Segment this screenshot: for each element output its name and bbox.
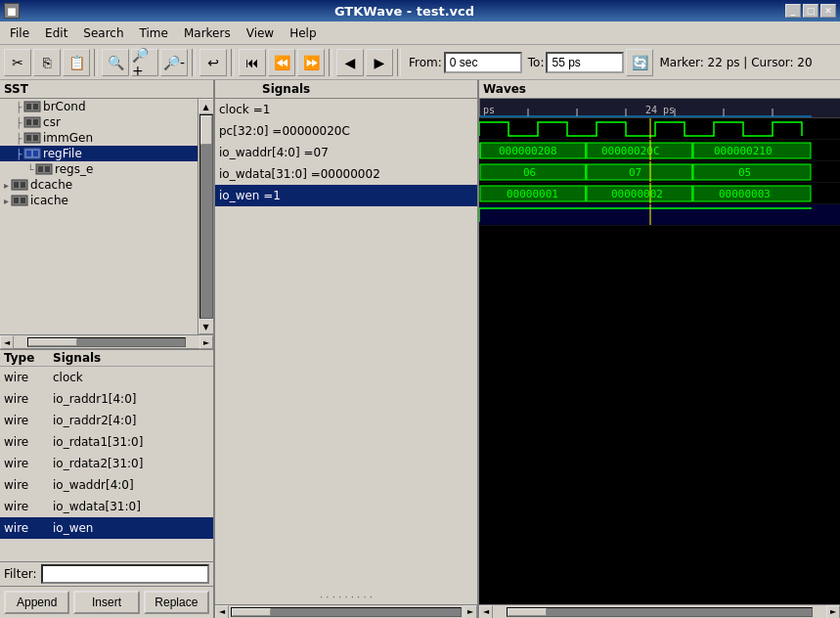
from-input[interactable] xyxy=(444,52,522,73)
signal-row-wen[interactable]: wire io_wen xyxy=(0,517,213,539)
tree-item-brCond[interactable]: ├ brCond xyxy=(0,99,198,114)
signal-row-wdata[interactable]: wire io_wdata[31:0] xyxy=(0,496,213,517)
toolbar-sep4 xyxy=(329,49,332,76)
wave-svg-pc: 000000208 00000020C 000000210 xyxy=(479,140,840,160)
middle-scroll-track[interactable] xyxy=(231,607,462,617)
menu-time[interactable]: Time xyxy=(132,24,176,42)
signal-row-rdata1[interactable]: wire io_rdata1[31:0] xyxy=(0,431,213,453)
wave-signal-pc[interactable]: pc[32:0] =00000020C xyxy=(215,120,477,142)
prev-button[interactable]: ⏪ xyxy=(268,49,295,76)
begin-button[interactable]: ⏮ xyxy=(239,49,266,76)
paste-button[interactable]: 📋 xyxy=(63,49,90,76)
append-button[interactable]: Append xyxy=(4,591,69,614)
filter-input[interactable] xyxy=(41,564,209,584)
sst-scroll-thumb[interactable] xyxy=(200,115,212,145)
wave-svg-wen xyxy=(479,204,840,225)
sst-content-area: ├ brCond ├ csr ├ immGen xyxy=(0,99,213,334)
middle-hscroll[interactable]: ◄ ► xyxy=(215,604,477,618)
menu-file[interactable]: File xyxy=(2,24,37,42)
filter-label: Filter: xyxy=(4,567,37,581)
tree-label-csr: csr xyxy=(43,115,61,129)
signal-row-clock[interactable]: wire clock xyxy=(0,367,213,388)
zoom-in-button[interactable]: 🔎+ xyxy=(131,49,158,76)
wave-row-pc: 000000208 00000020C 000000210 xyxy=(479,140,840,161)
middle-scroll-right[interactable]: ► xyxy=(464,605,477,619)
tree-label-dcache: dcache xyxy=(30,178,72,192)
menu-edit[interactable]: Edit xyxy=(37,24,75,42)
signal-row-raddr2[interactable]: wire io_raddr2[4:0] xyxy=(0,410,213,431)
sst-horizontal-scrollbar[interactable]: ◄ ► xyxy=(0,334,213,348)
replace-button[interactable]: Replace xyxy=(144,591,209,614)
signal-row-waddr[interactable]: wire io_waddr[4:0] xyxy=(0,474,213,496)
wave-signal-wen[interactable]: io_wen =1 xyxy=(215,185,477,206)
wave-signal-wdata[interactable]: io_wdata[31:0] =00000002 xyxy=(215,163,477,185)
sst-scroll-down[interactable]: ▼ xyxy=(199,319,214,334)
sst-scroll-up[interactable]: ▲ xyxy=(199,99,214,114)
next-button[interactable]: ⏩ xyxy=(297,49,325,76)
wave-text-waddr-0: 06 xyxy=(523,166,536,179)
svg-rect-19 xyxy=(14,198,19,203)
waves-scroll-right[interactable]: ► xyxy=(826,605,840,619)
wave-row-clock xyxy=(479,118,840,140)
wave-signal-waddr[interactable]: io_waddr[4:0] =07 xyxy=(215,142,477,163)
svg-rect-10 xyxy=(26,151,31,156)
waves-scroll-track[interactable] xyxy=(507,607,813,617)
to-input[interactable] xyxy=(546,52,624,73)
wave-row-waddr: 06 07 05 xyxy=(479,161,840,183)
tree-item-immGen[interactable]: ├ immGen xyxy=(0,130,198,146)
sig-name-raddr2: io_raddr2[4:0] xyxy=(53,414,209,427)
insert-button[interactable]: Insert xyxy=(73,591,139,614)
sig-name-waddr: io_waddr[4:0] xyxy=(53,478,209,492)
sig-name-clock: clock xyxy=(53,371,209,384)
sst-vertical-scrollbar[interactable]: ▲ ▼ xyxy=(198,99,213,334)
undo-button[interactable]: ↩ xyxy=(199,49,227,76)
menu-view[interactable]: View xyxy=(239,24,282,42)
tree-item-dcache[interactable]: ▸ dcache xyxy=(0,177,198,193)
maximize-button[interactable]: □ xyxy=(803,4,818,18)
waves-hscroll[interactable]: ◄ ► xyxy=(479,604,840,618)
wave-signal-clock[interactable]: clock =1 xyxy=(215,99,477,120)
middle-scroll-left[interactable]: ◄ xyxy=(215,605,229,619)
sst-scroll-track[interactable] xyxy=(199,114,213,319)
signal-row-rdata2[interactable]: wire io_rdata2[31:0] xyxy=(0,453,213,474)
svg-rect-39 xyxy=(693,164,811,180)
svg-rect-16 xyxy=(14,182,19,188)
middle-scroll-thumb[interactable] xyxy=(232,608,271,616)
name-column-header: Signals xyxy=(53,351,209,365)
menu-search[interactable]: Search xyxy=(75,24,131,42)
sst-hscroll-right[interactable]: ► xyxy=(199,335,213,349)
hidden-signals-indicator: · · · · · · · · · xyxy=(215,589,477,604)
sig-name-wdata: io_wdata[31:0] xyxy=(53,500,209,513)
minimize-button[interactable]: _ xyxy=(785,4,801,18)
refresh-button[interactable]: 🔄 xyxy=(626,49,653,76)
toolbar-sep2 xyxy=(192,49,196,76)
signals-list: wire clock wire io_raddr1[4:0] wire io_r… xyxy=(0,367,213,561)
signal-row-raddr1[interactable]: wire io_raddr1[4:0] xyxy=(0,388,213,410)
cut-button[interactable]: ✂ xyxy=(4,49,31,76)
tree-item-regFile[interactable]: ├ regFile xyxy=(0,146,198,161)
window-icon[interactable]: ■ xyxy=(4,3,20,19)
time-header: Signals xyxy=(262,82,310,96)
menu-help[interactable]: Help xyxy=(282,24,324,42)
sst-hscroll-track[interactable] xyxy=(27,337,186,347)
waves-panel: Waves ps 24 ps xyxy=(479,80,840,618)
tree-item-icache[interactable]: ▸ icache xyxy=(0,193,198,208)
sst-hscroll-thumb[interactable] xyxy=(28,338,77,346)
waves-scroll-thumb[interactable] xyxy=(508,608,547,616)
tree-label-immGen: immGen xyxy=(43,131,93,145)
marker-prev-button[interactable]: ◀ xyxy=(336,49,364,76)
tree-item-csr[interactable]: ├ csr xyxy=(0,114,198,130)
close-button[interactable]: ✕ xyxy=(820,4,836,18)
waves-scroll-left[interactable]: ◄ xyxy=(479,605,493,619)
marker-next-button[interactable]: ▶ xyxy=(366,49,393,76)
zoom-out-button[interactable]: 🔎- xyxy=(160,49,188,76)
tree-item-regs_e[interactable]: └ regs_e xyxy=(0,161,198,177)
copy-button[interactable]: ⎘ xyxy=(33,49,61,76)
menu-markers[interactable]: Markers xyxy=(176,24,239,42)
svg-rect-7 xyxy=(26,135,31,141)
sst-hscroll-left[interactable]: ◄ xyxy=(0,335,14,349)
svg-rect-2 xyxy=(33,104,38,110)
wave-signal-pc-label: pc[32:0] =00000020C xyxy=(219,124,473,138)
zoom-fit-button[interactable]: 🔍 xyxy=(102,49,129,76)
wave-signal-wdata-label: io_wdata[31:0] =00000002 xyxy=(219,167,473,181)
